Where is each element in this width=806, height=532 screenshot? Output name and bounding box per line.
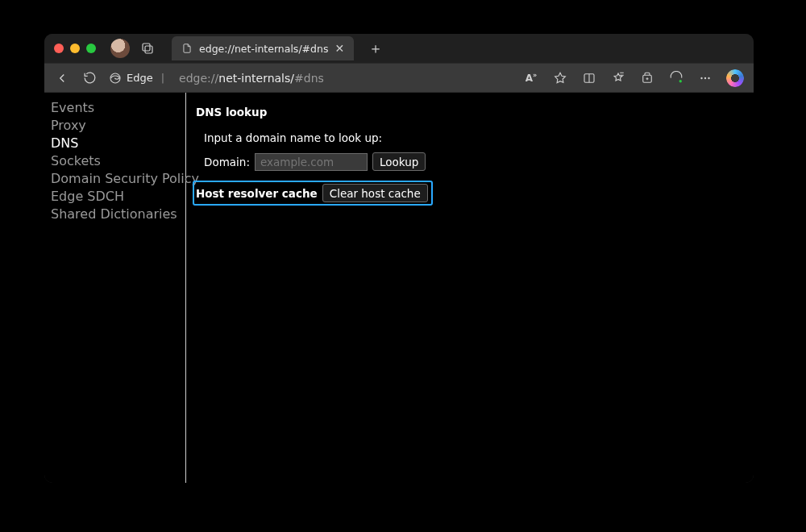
sidebar-item-sockets[interactable]: Sockets <box>49 152 181 170</box>
main-panel: DNS lookup Input a domain name to look u… <box>186 93 754 483</box>
browser-tab[interactable]: edge://net-internals/#dns ✕ <box>172 36 354 60</box>
dns-instruction-text: Input a domain name to look up: <box>204 131 382 144</box>
svg-point-13 <box>708 77 709 78</box>
site-identity-label: Edge <box>127 72 153 84</box>
sidebar-item-dns[interactable]: DNS <box>49 135 181 152</box>
lookup-button[interactable]: Lookup <box>372 152 426 171</box>
page-icon <box>181 43 193 54</box>
sidebar-item-shared-dictionaries[interactable]: Shared Dictionaries <box>49 206 181 223</box>
separator: | <box>161 72 164 84</box>
sidebar: Events Proxy DNS Sockets Domain Security… <box>44 93 186 483</box>
svg-point-11 <box>700 77 702 78</box>
url-scheme: edge:// <box>179 72 218 85</box>
url-hash: #dns <box>294 72 324 85</box>
svg-rect-0 <box>143 44 150 51</box>
favorites-bar-button[interactable] <box>610 70 626 86</box>
site-identity[interactable]: Edge | <box>109 72 168 85</box>
collections-button[interactable] <box>639 70 655 86</box>
sidebar-item-proxy[interactable]: Proxy <box>49 117 181 135</box>
more-menu-button[interactable] <box>697 70 713 86</box>
svg-rect-1 <box>145 46 152 53</box>
svg-point-12 <box>704 77 706 78</box>
favorite-button[interactable] <box>552 70 568 86</box>
dns-lookup-form: Domain: Lookup <box>204 152 746 171</box>
sidebar-item-edge-sdch[interactable]: Edge SDCH <box>49 188 181 206</box>
read-aloud-button[interactable]: A» <box>523 70 539 86</box>
edge-icon <box>109 72 122 85</box>
url-host: net-internals/ <box>218 72 294 85</box>
address-field[interactable]: edge://net-internals/#dns <box>179 72 512 85</box>
address-bar: Edge | edge://net-internals/#dns A» <box>44 63 754 92</box>
reload-button[interactable] <box>81 70 98 86</box>
tab-title: edge://net-internals/#dns <box>199 43 328 55</box>
profile-avatar[interactable] <box>110 39 130 58</box>
titlebar: edge://net-internals/#dns ✕ ＋ <box>44 34 754 63</box>
back-button[interactable] <box>54 70 70 86</box>
performance-button[interactable] <box>668 70 684 86</box>
close-window-button[interactable] <box>54 44 64 53</box>
host-resolver-cache-heading: Host resolver cache <box>196 187 318 200</box>
host-resolver-cache-section: Host resolver cache Clear host cache <box>193 181 433 206</box>
minimize-window-button[interactable] <box>70 44 80 53</box>
copilot-button[interactable] <box>726 69 744 87</box>
sidebar-item-events[interactable]: Events <box>49 99 181 117</box>
clear-host-cache-button[interactable]: Clear host cache <box>322 184 428 202</box>
workspaces-icon[interactable] <box>139 40 156 56</box>
sidebar-item-domain-security-policy[interactable]: Domain Security Policy <box>49 170 181 188</box>
page-content: Events Proxy DNS Sockets Domain Security… <box>44 92 754 483</box>
svg-point-10 <box>679 80 682 82</box>
tab-close-button[interactable]: ✕ <box>334 43 344 54</box>
browser-window: edge://net-internals/#dns ✕ ＋ Edge | edg… <box>44 34 754 483</box>
traffic-lights <box>54 44 96 53</box>
dns-lookup-heading: DNS lookup <box>196 106 746 118</box>
domain-label: Domain: <box>204 156 250 168</box>
domain-input[interactable] <box>255 153 368 171</box>
new-tab-button[interactable]: ＋ <box>368 41 383 56</box>
split-screen-button[interactable] <box>581 70 597 86</box>
maximize-window-button[interactable] <box>86 44 96 53</box>
